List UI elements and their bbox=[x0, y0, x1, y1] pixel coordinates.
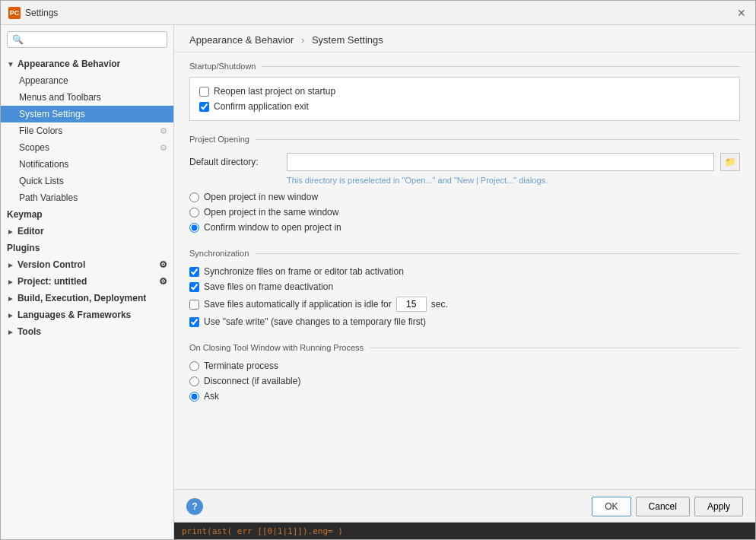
close-button[interactable]: ✕ bbox=[735, 7, 748, 19]
breadcrumb-parent: Appearance & Behavior bbox=[189, 34, 294, 46]
arrow-icon: ► bbox=[7, 261, 14, 269]
config-icon: ⚙ bbox=[160, 126, 167, 136]
nav-section: ▼ Appearance & Behavior Appearance Menus… bbox=[1, 54, 173, 341]
arrow-icon: ► bbox=[7, 227, 14, 236]
startup-shutdown-section: Startup/Shutdown Reopen last project on … bbox=[189, 62, 740, 121]
reopen-checkbox[interactable] bbox=[199, 87, 209, 97]
browse-button[interactable]: 📁 bbox=[720, 153, 740, 171]
dir-hint: This directory is preselected in "Open..… bbox=[189, 174, 740, 189]
closing-tool-title: On Closing Tool Window with Running Proc… bbox=[189, 343, 740, 352]
sidebar-item-file-colors[interactable]: File Colors ⚙ bbox=[1, 122, 173, 139]
save-frame-checkbox[interactable] bbox=[189, 282, 199, 292]
arrow-icon: ► bbox=[7, 294, 14, 303]
confirm-exit-checkbox[interactable] bbox=[199, 102, 209, 112]
sidebar-item-quick-lists[interactable]: Quick Lists bbox=[1, 173, 173, 189]
main-layout: 🔍 ▼ Appearance & Behavior Appearance Men… bbox=[1, 25, 755, 539]
apply-button[interactable]: Apply bbox=[694, 497, 743, 516]
code-text: print(ast( err [[0|1|1]]).eng= ) bbox=[182, 526, 343, 536]
terminate-label: Terminate process bbox=[204, 361, 278, 371]
sidebar-group-appearance-behavior[interactable]: ▼ Appearance & Behavior bbox=[1, 56, 173, 72]
sync-files-checkbox[interactable] bbox=[189, 267, 199, 277]
ok-button[interactable]: OK bbox=[592, 497, 631, 516]
startup-shutdown-box: Reopen last project on startup Confirm a… bbox=[189, 77, 740, 121]
sidebar-item-menus-toolbars[interactable]: Menus and Toolbars bbox=[1, 89, 173, 106]
search-input[interactable] bbox=[27, 34, 162, 45]
settings-body: Startup/Shutdown Reopen last project on … bbox=[174, 52, 755, 489]
sidebar-item-appearance[interactable]: Appearance bbox=[1, 72, 173, 89]
synchronization-title: Synchronization bbox=[189, 249, 740, 258]
save-idle-row: Save files automatically if application … bbox=[189, 294, 740, 314]
project-opening-section: Project Opening Default directory: 📁 Thi… bbox=[189, 135, 740, 235]
bottom-bar: ? OK Cancel Apply bbox=[174, 489, 755, 523]
sidebar: 🔍 ▼ Appearance & Behavior Appearance Men… bbox=[1, 25, 174, 539]
sidebar-item-system-settings[interactable]: System Settings bbox=[1, 106, 173, 122]
sidebar-group-languages[interactable]: ► Languages & Frameworks bbox=[1, 307, 173, 323]
settings-window: PC Settings ✕ 🔍 ▼ Appearance & Behavior … bbox=[0, 0, 756, 540]
ask-radio[interactable] bbox=[189, 392, 199, 402]
confirm-exit-label: Confirm application exit bbox=[214, 101, 309, 112]
breadcrumb-current: System Settings bbox=[312, 34, 383, 46]
ask-label: Ask bbox=[204, 391, 219, 402]
sidebar-group-label: Plugins bbox=[7, 243, 40, 253]
title-bar-left: PC Settings bbox=[8, 7, 58, 19]
default-dir-input[interactable] bbox=[287, 153, 714, 171]
confirm-exit-checkbox-row: Confirm application exit bbox=[199, 99, 730, 114]
sidebar-group-project[interactable]: ► Project: untitled ⚙ bbox=[1, 273, 173, 290]
sidebar-item-notifications[interactable]: Notifications bbox=[1, 156, 173, 173]
sidebar-item-path-variables[interactable]: Path Variables bbox=[1, 189, 173, 206]
sidebar-group-plugins[interactable]: Plugins bbox=[1, 240, 173, 256]
synchronization-section: Synchronization Synchronize files on fra… bbox=[189, 249, 740, 329]
sidebar-group-tools[interactable]: ► Tools bbox=[1, 323, 173, 340]
terminate-radio[interactable] bbox=[189, 361, 199, 371]
project-opening-title: Project Opening bbox=[189, 135, 740, 144]
help-button[interactable]: ? bbox=[186, 498, 203, 515]
sidebar-group-label: Build, Execution, Deployment bbox=[17, 293, 146, 303]
bottom-bar-right: OK Cancel Apply bbox=[592, 497, 743, 516]
main-content: Appearance & Behavior › System Settings … bbox=[174, 25, 755, 539]
sidebar-group-build[interactable]: ► Build, Execution, Deployment bbox=[1, 290, 173, 307]
reopen-label: Reopen last project on startup bbox=[214, 86, 335, 97]
closing-tool-section: On Closing Tool Window with Running Proc… bbox=[189, 343, 740, 404]
cancel-button[interactable]: Cancel bbox=[636, 497, 690, 516]
disconnect-label: Disconnect (if available) bbox=[204, 376, 300, 386]
app-icon: PC bbox=[8, 7, 21, 19]
safe-write-row: Use "safe write" (save changes to a temp… bbox=[189, 314, 740, 329]
safe-write-checkbox[interactable] bbox=[189, 317, 199, 327]
code-bar: print(ast( err [[0|1|1]]).eng= ) bbox=[174, 523, 755, 539]
save-idle-unit: sec. bbox=[431, 299, 448, 310]
sidebar-group-keymap[interactable]: Keymap bbox=[1, 206, 173, 223]
sidebar-group-editor[interactable]: ► Editor bbox=[1, 223, 173, 240]
config-icon: ⚙ bbox=[159, 259, 167, 270]
arrow-icon: ► bbox=[7, 311, 14, 319]
title-bar: PC Settings ✕ bbox=[1, 1, 755, 25]
radio-confirm-window[interactable] bbox=[189, 223, 199, 233]
radio-new-window[interactable] bbox=[189, 192, 199, 202]
bottom-bar-left: ? bbox=[186, 498, 203, 515]
search-box[interactable]: 🔍 bbox=[7, 31, 167, 48]
sidebar-group-version-control[interactable]: ► Version Control ⚙ bbox=[1, 256, 173, 273]
sidebar-group-label: Keymap bbox=[7, 209, 43, 220]
search-icon: 🔍 bbox=[12, 34, 24, 45]
radio-new-window-label: Open project in new window bbox=[204, 192, 318, 202]
sidebar-group-label: Tools bbox=[17, 326, 41, 337]
save-idle-checkbox[interactable] bbox=[189, 300, 199, 310]
radio-confirm-window-label: Confirm window to open project in bbox=[204, 222, 341, 233]
reopen-checkbox-row: Reopen last project on startup bbox=[199, 84, 730, 99]
save-idle-label: Save files automatically if application … bbox=[204, 299, 392, 310]
radio-new-window-row: Open project in new window bbox=[189, 189, 740, 205]
breadcrumb-separator: › bbox=[301, 34, 304, 46]
arrow-icon: ▼ bbox=[7, 60, 14, 68]
disconnect-radio[interactable] bbox=[189, 376, 199, 386]
arrow-icon: ► bbox=[7, 278, 14, 286]
config-icon: ⚙ bbox=[159, 276, 167, 287]
sidebar-group-label: Languages & Frameworks bbox=[17, 310, 131, 320]
terminate-radio-row: Terminate process bbox=[189, 358, 740, 373]
disconnect-radio-row: Disconnect (if available) bbox=[189, 373, 740, 389]
radio-same-window[interactable] bbox=[189, 208, 199, 218]
save-idle-value[interactable] bbox=[396, 297, 427, 312]
config-icon: ⚙ bbox=[160, 143, 167, 153]
ask-radio-row: Ask bbox=[189, 389, 740, 404]
sidebar-item-scopes[interactable]: Scopes ⚙ bbox=[1, 139, 173, 156]
window-title: Settings bbox=[25, 8, 58, 18]
default-dir-label: Default directory: bbox=[189, 157, 281, 167]
